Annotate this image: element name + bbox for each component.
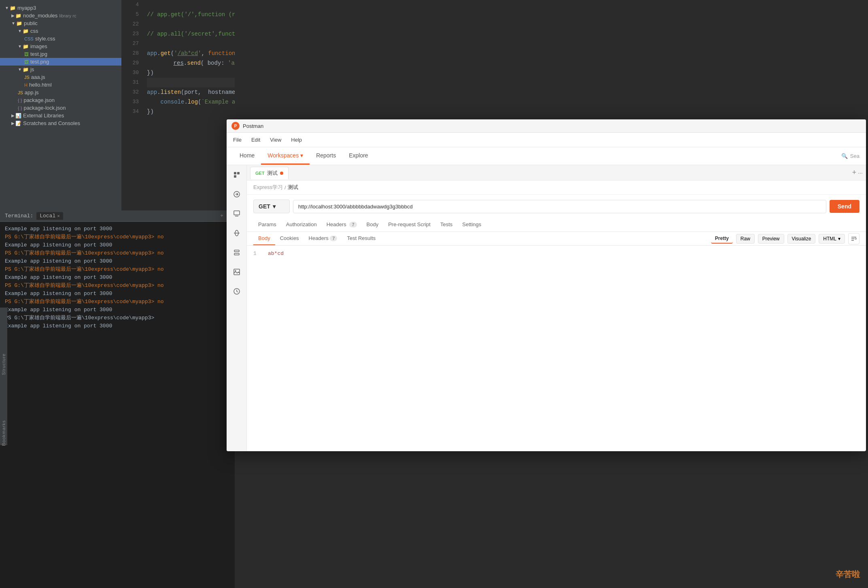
terminal-line: PS G:\丁家雄自学前端最后一遍\10express\code\myapp3>… bbox=[5, 249, 230, 257]
sidebar-item-external-libraries[interactable]: ▶ 📊 External Libraries bbox=[0, 112, 121, 119]
resp-tab-headers[interactable]: Headers 7 bbox=[304, 232, 342, 245]
tab-authorization[interactable]: Authorization bbox=[281, 218, 322, 231]
sidebar-item-aaa-js[interactable]: JS aaa.js bbox=[0, 73, 121, 81]
menu-view[interactable]: View bbox=[270, 134, 281, 146]
folder-icon: 📁 bbox=[15, 13, 21, 19]
postman-body: GET 测试 + ··· Express学习 / 测试 GET ▾ bbox=[227, 165, 866, 451]
tab-pre-request-script[interactable]: Pre-request Script bbox=[383, 218, 435, 231]
code-line-4 bbox=[147, 0, 235, 10]
sidebar-item-images[interactable]: ▼ 📁 images bbox=[0, 42, 121, 50]
breadcrumb-current: 测试 bbox=[288, 184, 298, 191]
format-visualize[interactable]: Visualize bbox=[787, 234, 816, 244]
tab-headers[interactable]: Headers 7 bbox=[322, 218, 362, 231]
resp-tab-body[interactable]: Body bbox=[253, 232, 275, 245]
postman-logo-icon: P bbox=[231, 122, 240, 130]
svg-rect-6 bbox=[234, 250, 239, 252]
sidebar-item-scratches[interactable]: ▶ 📝 Scratches and Consoles bbox=[0, 119, 121, 127]
nav-workspaces[interactable]: Workspaces ▾ bbox=[261, 147, 310, 165]
unsaved-indicator bbox=[280, 172, 283, 175]
svg-rect-1 bbox=[237, 172, 240, 174]
clock-icon[interactable] bbox=[230, 285, 243, 298]
chevron-down-icon: ▾ bbox=[838, 236, 840, 242]
image-file-icon: 🖼 bbox=[24, 59, 29, 64]
nav-home[interactable]: Home bbox=[233, 147, 261, 165]
sidebar-item-test-png[interactable]: 🖼 test.png bbox=[0, 58, 121, 66]
nav-reports[interactable]: Reports bbox=[310, 147, 342, 165]
search-area[interactable]: 🔍 Sea bbox=[841, 153, 860, 159]
menu-edit[interactable]: Edit bbox=[251, 134, 260, 146]
sidebar-item-hello-html[interactable]: H hello.html bbox=[0, 81, 121, 89]
tab-tests[interactable]: Tests bbox=[435, 218, 457, 231]
postman-window: P Postman File Edit View Help Home Works… bbox=[227, 119, 866, 451]
sidebar-label: js bbox=[30, 66, 34, 72]
add-terminal-icon[interactable]: + bbox=[220, 213, 223, 219]
request-tabs: Params Authorization Headers 7 Body Pre-… bbox=[247, 218, 866, 232]
sidebar-item-style-css[interactable]: CSS style.css bbox=[0, 35, 121, 42]
method-select[interactable]: GET ▾ bbox=[253, 200, 290, 213]
close-icon[interactable]: ✕ bbox=[57, 213, 60, 219]
sidebar-label: package-lock.json bbox=[23, 105, 66, 111]
sidebar-item-node-modules[interactable]: ▶ 📁 node_modules library rc bbox=[0, 12, 121, 19]
sidebar-item-package-json[interactable]: { } package.json bbox=[0, 96, 121, 104]
sidebar-item-myapp3[interactable]: ▼ 📁 myapp3 bbox=[0, 4, 121, 12]
sidebar-item-public[interactable]: ▼ 📁 public bbox=[0, 19, 121, 27]
images-icon[interactable] bbox=[230, 265, 243, 278]
terminal-line: PS G:\丁家雄自学前端最后一遍\10express\code\myapp3>… bbox=[5, 282, 230, 290]
environments-icon[interactable] bbox=[230, 227, 243, 240]
send-button[interactable]: Send bbox=[830, 200, 860, 213]
tab-body[interactable]: Body bbox=[362, 218, 384, 231]
terminal-tab-local[interactable]: Local ✕ bbox=[36, 212, 63, 220]
sidebar-label: hello.html bbox=[29, 82, 52, 88]
code-line-30: }) bbox=[147, 68, 235, 78]
url-bar: GET ▾ Send bbox=[247, 195, 866, 218]
format-raw[interactable]: Raw bbox=[736, 234, 755, 244]
search-placeholder: Sea bbox=[850, 153, 860, 159]
format-preview[interactable]: Preview bbox=[758, 234, 784, 244]
sidebar-item-package-lock-json[interactable]: { } package-lock.json bbox=[0, 104, 121, 112]
code-line-31 bbox=[147, 78, 235, 87]
sidebar-item-css[interactable]: ▼ 📁 css bbox=[0, 27, 121, 35]
menu-file[interactable]: File bbox=[233, 134, 242, 146]
mock-servers-icon[interactable] bbox=[230, 246, 243, 259]
headers-badge: 7 bbox=[349, 222, 357, 227]
resp-tab-cookies[interactable]: Cookies bbox=[275, 232, 304, 245]
method-badge: GET bbox=[255, 171, 265, 176]
terminal-line: Example app listening on port 3000 bbox=[5, 225, 230, 233]
terminal-line: Example app listening on port 3000 bbox=[5, 257, 230, 265]
chevron-right-icon: ▶ bbox=[11, 13, 15, 18]
terminal-line: Example app listening on port 3000 bbox=[5, 306, 230, 314]
format-pretty[interactable]: Pretty bbox=[711, 234, 733, 244]
postman-menubar: File Edit View Help bbox=[227, 133, 866, 147]
postman-tab-get[interactable]: GET 测试 bbox=[250, 167, 289, 179]
svg-rect-4 bbox=[234, 211, 240, 215]
chevron-down-icon: ▾ bbox=[273, 203, 276, 210]
code-line-32: app.listen(port, hostname: () => { bbox=[147, 87, 235, 97]
more-tabs-button[interactable]: ··· bbox=[858, 170, 863, 176]
nav-explore[interactable]: Explore bbox=[342, 147, 374, 165]
watermark-text: 辛苦啦 bbox=[836, 570, 860, 579]
menu-help[interactable]: Help bbox=[291, 134, 302, 146]
sidebar-item-test-jpg[interactable]: 🖼 test.jpg bbox=[0, 50, 121, 58]
sidebar-label: test.jpg bbox=[30, 51, 47, 57]
tab-settings[interactable]: Settings bbox=[457, 218, 486, 231]
json-file-icon: { } bbox=[18, 98, 22, 103]
format-type-select[interactable]: HTML ▾ bbox=[819, 234, 845, 244]
add-tab-button[interactable]: + bbox=[852, 168, 857, 177]
resp-tab-test-results[interactable]: Test Results bbox=[342, 232, 380, 245]
code-line-29: res.send( body: 'ab*cd') bbox=[147, 58, 235, 68]
format-type-label: HTML bbox=[823, 236, 836, 242]
wrap-icon[interactable] bbox=[848, 233, 860, 244]
url-input[interactable] bbox=[293, 200, 826, 213]
terminal-header: Terminal: Local ✕ + ▾ bbox=[0, 210, 235, 222]
sidebar-item-app-js[interactable]: JS app.js bbox=[0, 89, 121, 96]
chevron-down-icon: ▼ bbox=[11, 21, 15, 25]
sidebar-label: package.json bbox=[23, 97, 55, 103]
sidebar-item-js-folder[interactable]: ▼ 📁 js bbox=[0, 66, 121, 73]
sidebar-label: myapp3 bbox=[17, 5, 36, 11]
collections-icon[interactable] bbox=[230, 168, 243, 181]
code-line-23: // app.all('/secret',function (req, res,… bbox=[147, 29, 235, 39]
apis-icon[interactable] bbox=[230, 188, 243, 201]
history-icon[interactable] bbox=[230, 207, 243, 220]
tab-params[interactable]: Params bbox=[253, 218, 281, 231]
terminal-container: Terminal: Local ✕ + ▾ Example app listen… bbox=[0, 210, 235, 588]
